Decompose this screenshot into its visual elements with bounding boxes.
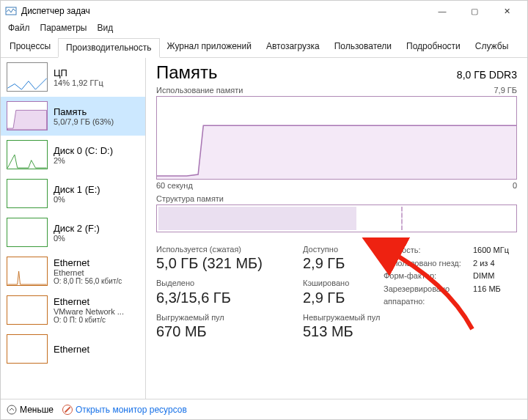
- tab-performance[interactable]: Производительность: [58, 38, 159, 58]
- cached-value: 2,9 ГБ: [303, 290, 384, 306]
- footer-bar: Меньше Открыть монитор ресурсов: [1, 399, 527, 419]
- sidebar-item-disk1[interactable]: Диск 1 (E:)0%: [1, 174, 145, 213]
- window-minimize-button[interactable]: —: [426, 1, 458, 21]
- tab-processes[interactable]: Процессы: [2, 37, 58, 57]
- sidebar-item-ethernet2[interactable]: EthernetVMware Network ...О: 0 П: 0 кбит…: [1, 291, 145, 330]
- sidebar-item-ethernet3[interactable]: Ethernet: [1, 330, 145, 369]
- sidebar-item-sub: 2%: [54, 156, 113, 165]
- struct-chart-label: Структура памяти: [156, 194, 517, 203]
- window-title: Диспетчер задач: [21, 6, 426, 16]
- paged-label: Выгружаемый пул: [156, 312, 303, 323]
- sidebar-item-label: ЦП: [54, 67, 103, 78]
- sidebar-item-label: Диск 2 (F:): [54, 223, 100, 234]
- cached-label: Кэшировано: [303, 278, 384, 289]
- slots-value: 2 из 4: [473, 257, 517, 270]
- sidebar-item-sub: 5,0/7,9 ГБ (63%): [54, 117, 114, 126]
- perf-main: Память 8,0 ГБ DDR3 Использование памяти …: [146, 58, 527, 399]
- app-icon: [5, 5, 17, 17]
- tab-startup[interactable]: Автозагрузка: [259, 37, 327, 57]
- sidebar-item-cpu[interactable]: ЦП14% 1,92 ГГц: [1, 58, 145, 97]
- memory-composition-chart: [156, 205, 517, 232]
- sidebar-item-label: Ethernet: [54, 344, 89, 355]
- sidebar-item-memory[interactable]: Память5,0/7,9 ГБ (63%): [1, 97, 145, 136]
- memory-usage-chart: [156, 96, 517, 180]
- svg-point-1: [7, 405, 16, 414]
- sidebar-item-label: Ethernet: [54, 257, 122, 268]
- usage-chart-label: Использование памяти: [156, 86, 243, 95]
- avail-value: 2,9 ГБ: [303, 255, 384, 272]
- menu-bar: Файл Параметры Вид: [1, 21, 527, 37]
- slots-label: Использовано гнезд:: [384, 257, 473, 270]
- sidebar-item-sub: 14% 1,92 ГГц: [54, 78, 103, 87]
- sidebar-item-label: Диск 1 (E:): [54, 184, 100, 195]
- formfactor-value: DIMM: [473, 270, 517, 283]
- commit-value: 6,3/15,6 ГБ: [156, 290, 303, 306]
- sidebar-item-sub: Ethernet: [54, 268, 122, 277]
- sidebar-item-sub: 0%: [54, 195, 100, 204]
- nonpaged-value: 513 МБ: [303, 323, 384, 340]
- resource-monitor-icon: [62, 405, 73, 415]
- commit-label: Выделено: [156, 278, 303, 289]
- open-resource-monitor-link[interactable]: Открыть монитор ресурсов: [76, 405, 187, 415]
- avail-label: Доступно: [303, 244, 384, 255]
- formfactor-label: Форм-фактор:: [384, 270, 473, 283]
- paged-value: 670 МБ: [156, 323, 303, 340]
- fewer-details-button[interactable]: Меньше: [7, 405, 54, 415]
- inuse-label: Используется (сжатая): [156, 244, 303, 255]
- sidebar-item-label: Диск 0 (C: D:): [54, 145, 113, 156]
- tab-details[interactable]: Подробности: [399, 37, 468, 57]
- usage-chart-max: 7,9 ГБ: [494, 86, 517, 95]
- window-close-button[interactable]: ✕: [491, 1, 523, 21]
- tab-users[interactable]: Пользователи: [327, 37, 399, 57]
- hwreserved-value: 116 МБ: [473, 283, 517, 309]
- sidebar-item-sub2: О: 8,0 П: 56,0 кбит/с: [54, 277, 122, 285]
- window-maximize-button[interactable]: ▢: [458, 1, 491, 21]
- sidebar-item-ethernet1[interactable]: EthernetEthernetО: 8,0 П: 56,0 кбит/с: [1, 252, 145, 291]
- sidebar-item-sub: 0%: [54, 234, 100, 243]
- speed-value: 1600 МГц: [473, 244, 517, 257]
- xaxis-left: 60 секунд: [156, 181, 193, 190]
- menu-view[interactable]: Вид: [97, 23, 113, 33]
- tab-bar: Процессы Производительность Журнал прило…: [1, 37, 527, 58]
- menu-file[interactable]: Файл: [8, 23, 30, 33]
- menu-params[interactable]: Параметры: [40, 23, 87, 33]
- inuse-value: 5,0 ГБ (321 МБ): [156, 255, 303, 272]
- memory-spec: 8,0 ГБ DDR3: [457, 69, 517, 81]
- perf-sidebar: ЦП14% 1,92 ГГц Память5,0/7,9 ГБ (63%) Ди…: [1, 58, 146, 399]
- titlebar: Диспетчер задач — ▢ ✕: [1, 1, 527, 21]
- chevron-up-icon: [7, 405, 17, 415]
- sidebar-item-sub2: О: 0 П: 0 кбит/с: [54, 316, 124, 324]
- sidebar-item-disk2[interactable]: Диск 2 (F:)0%: [1, 213, 145, 252]
- sidebar-item-sub: VMware Network ...: [54, 307, 124, 316]
- sidebar-item-disk0[interactable]: Диск 0 (C: D:)2%: [1, 136, 145, 174]
- sidebar-item-label: Ethernet: [54, 296, 124, 307]
- speed-label: Скорость:: [384, 244, 473, 257]
- fewer-details-label: Меньше: [20, 405, 54, 415]
- sidebar-item-label: Память: [54, 106, 114, 117]
- xaxis-right: 0: [513, 181, 517, 190]
- page-title: Память: [156, 62, 218, 83]
- tab-app-history[interactable]: Журнал приложений: [160, 37, 259, 57]
- tab-services[interactable]: Службы: [468, 37, 516, 57]
- hwreserved-label: Зарезервировано аппаратно:: [384, 283, 473, 309]
- nonpaged-label: Невыгружаемый пул: [303, 312, 384, 323]
